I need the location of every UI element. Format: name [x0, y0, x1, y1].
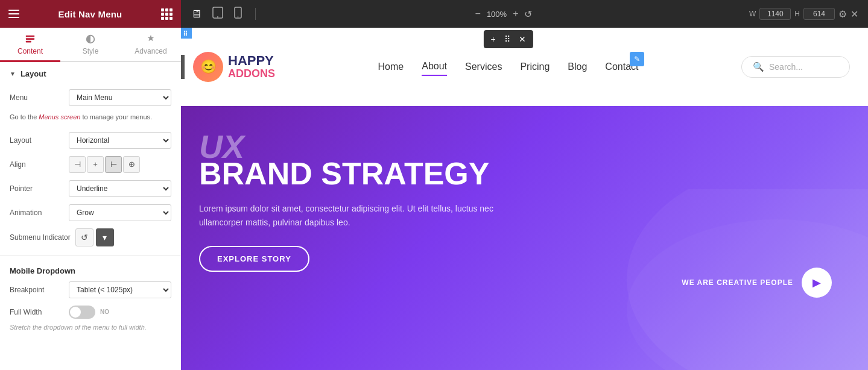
logo-text-block: HAPPY ADDONS [228, 54, 275, 80]
settings-icon[interactable]: ⚙ [838, 8, 847, 20]
nav-toolbar-add-icon[interactable]: + [488, 33, 498, 45]
nav-toolbar-move-icon[interactable]: ⠿ [502, 33, 513, 45]
explore-story-button[interactable]: EXPLORE STORY [199, 246, 309, 272]
layout-label: Layout [10, 136, 64, 145]
submenu-indicator-row: Submenu Indicator ↺ ▾ [0, 225, 181, 250]
site-logo: 😊 HAPPY ADDONS [193, 52, 275, 82]
right-area: 🖥 − 100% + ↺ W 1140 H 614 ⚙ ✕ [181, 0, 868, 370]
svg-point-4 [217, 16, 218, 17]
width-value[interactable]: 1140 [759, 8, 791, 20]
menu-row: Menu Main Menu Secondary Menu Footer Men… [0, 86, 181, 110]
tablet-device-icon[interactable] [212, 7, 223, 22]
device-divider [255, 8, 256, 20]
nav-item-home[interactable]: Home [378, 58, 404, 75]
search-placeholder: Search... [769, 62, 803, 72]
svg-point-8 [186, 31, 187, 32]
full-width-row: Full Width NO [0, 302, 181, 322]
submenu-indicator-arrow-btn[interactable]: ▾ [96, 228, 114, 246]
layout-section-header[interactable]: ▼ Layout [0, 62, 181, 86]
toggle-no-label: NO [100, 309, 109, 315]
submenu-indicator-label: Submenu Indicator [10, 233, 71, 242]
nav-item-blog[interactable]: Blog [568, 58, 587, 75]
layout-section-label: Layout [21, 69, 46, 78]
svg-point-9 [184, 33, 185, 34]
zoom-controls: − 100% + ↺ [475, 8, 533, 20]
layout-select[interactable]: Horizontal Vertical Dropdown [69, 132, 171, 149]
align-center-btn[interactable]: + [87, 156, 104, 173]
mobile-dropdown-header: Mobile Dropdown [0, 260, 181, 278]
top-bar: Edit Nav Menu [0, 0, 181, 28]
edit-pencil-btn[interactable]: ✎ [630, 52, 644, 66]
menu-label: Menu [10, 93, 64, 102]
section-divider [0, 255, 181, 256]
device-icons: 🖥 [191, 7, 258, 22]
zoom-plus-btn[interactable]: + [513, 8, 518, 19]
svg-point-12 [186, 34, 187, 36]
logo-emoji: 😊 [200, 59, 217, 75]
collapse-handle[interactable]: ‹ [181, 55, 185, 79]
w-label: W [749, 10, 756, 18]
hero-description: Lorem ipsum dolor sit amet, consectetur … [199, 202, 525, 229]
menu-select[interactable]: Main Menu Secondary Menu Footer Menu [69, 89, 171, 106]
element-handle[interactable] [181, 28, 192, 39]
menu-screen-text: Go to the [10, 113, 37, 121]
pointer-row: Pointer Underline Overline Double Line F… [0, 177, 181, 201]
layout-arrow-icon: ▼ [10, 71, 16, 77]
svg-rect-1 [26, 38, 34, 40]
hamburger-menu-icon[interactable] [8, 10, 19, 18]
nav-toolbar-close-icon[interactable]: ✕ [516, 33, 528, 45]
logo-icon: 😊 [193, 52, 223, 82]
animation-row: Animation Grow Shrink Slide Fade Drop [0, 201, 181, 225]
tab-style-label: Style [83, 47, 99, 55]
menu-screen-text-after: to manage your menus. [82, 113, 152, 121]
search-icon: 🔍 [753, 61, 764, 72]
menu-screen-row: Go to the Menus screen to manage your me… [0, 110, 181, 128]
site-nav: Home About Services Pricing Blog Contact [378, 58, 639, 76]
site-search[interactable]: 🔍 Search... [741, 56, 850, 78]
animation-select[interactable]: Grow Shrink Slide Fade Drop [69, 204, 171, 221]
svg-rect-2 [26, 41, 31, 43]
submenu-indicator-refresh-btn[interactable]: ↺ [75, 228, 93, 246]
site-header: ‹ 😊 HAPPY ADDONS [181, 28, 868, 106]
full-width-toggle[interactable] [69, 306, 95, 319]
nav-item-about[interactable]: About [422, 58, 447, 76]
align-left-btn[interactable]: ⊣ [69, 156, 86, 173]
animation-label: Animation [10, 209, 64, 217]
site-preview: ‹ 😊 HAPPY ADDONS [181, 28, 868, 370]
play-button[interactable]: ▶ [802, 268, 832, 298]
hero-title: BRAND STRATEGY [199, 157, 850, 191]
svg-point-6 [238, 16, 239, 17]
tab-content[interactable]: Content [0, 28, 60, 62]
panel-tabs: Content Style Advanced [0, 28, 181, 62]
close-icon[interactable]: ✕ [851, 8, 858, 20]
pointer-select[interactable]: Underline Overline Double Line Framed Te… [69, 180, 171, 197]
align-right-btn[interactable]: ⊢ [105, 156, 122, 173]
menus-screen-link[interactable]: Menus screen [39, 113, 80, 121]
layout-row: Layout Horizontal Vertical Dropdown [0, 128, 181, 152]
logo-addons-text: ADDONS [228, 68, 275, 80]
breakpoint-select[interactable]: Mobile (< 768px) Tablet (< 1025px) None [69, 281, 171, 298]
height-value[interactable]: 614 [803, 8, 835, 20]
align-justify-btn[interactable]: ⊕ [123, 156, 140, 173]
nav-item-pricing[interactable]: Pricing [520, 58, 550, 75]
svg-point-11 [184, 34, 185, 36]
full-width-label: Full Width [10, 308, 64, 316]
apps-grid-icon[interactable] [161, 8, 173, 20]
tab-content-label: Content [17, 47, 43, 55]
breakpoint-row: Breakpoint Mobile (< 768px) Tablet (< 10… [0, 278, 181, 302]
pointer-label: Pointer [10, 184, 64, 193]
mobile-device-icon[interactable] [234, 7, 242, 22]
tab-advanced[interactable]: Advanced [121, 28, 181, 62]
top-toolbar: 🖥 − 100% + ↺ W 1140 H 614 ⚙ ✕ [181, 0, 868, 28]
play-label: WE ARE CREATIVE PEOPLE [682, 278, 793, 287]
canvas-area: ‹ 😊 HAPPY ADDONS [181, 28, 868, 370]
align-label: Align [10, 160, 64, 169]
play-btn-group: WE ARE CREATIVE PEOPLE ▶ [682, 268, 832, 298]
desktop-device-icon[interactable]: 🖥 [191, 8, 201, 20]
svg-point-7 [184, 31, 185, 32]
zoom-minus-btn[interactable]: − [475, 8, 481, 19]
zoom-reset-btn[interactable]: ↺ [524, 8, 532, 20]
nav-item-services[interactable]: Services [465, 58, 502, 75]
tab-style[interactable]: Style [60, 28, 121, 62]
play-icon: ▶ [813, 276, 821, 289]
